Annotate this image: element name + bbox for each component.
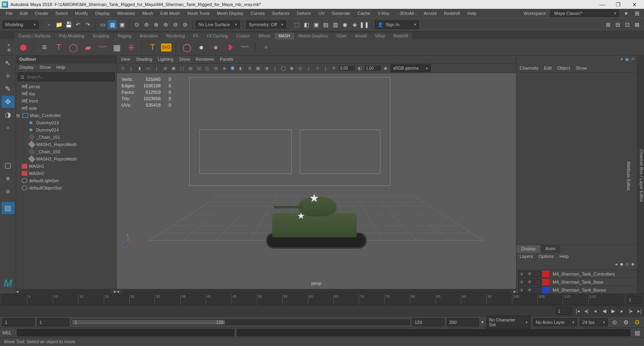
vp-vt-icon[interactable]: ◉ <box>382 65 389 72</box>
menu-meshdisplay[interactable]: Mesh Display <box>214 10 247 17</box>
render-settings-icon[interactable]: ◈ <box>350 20 359 29</box>
mash-signal-icon[interactable]: ▰ <box>82 41 94 54</box>
shelf-gear-icon[interactable]: ⚙ <box>7 48 11 52</box>
move-tool-icon[interactable]: ✥ <box>2 96 14 108</box>
mash-svg-icon[interactable]: SVG <box>161 43 171 51</box>
panel-toggle2-icon[interactable]: ⊟ <box>613 20 622 29</box>
minimize-button[interactable]: — <box>594 0 610 9</box>
step-fwd-icon[interactable]: ▸ <box>617 307 626 315</box>
mash-menu-icon[interactable]: ≡ <box>38 41 50 54</box>
cmd-lang-label[interactable]: MEL <box>2 330 14 335</box>
autokey-icon[interactable]: ⊙ <box>610 318 619 327</box>
menu-uv[interactable]: UV <box>315 10 328 17</box>
vp-gate-mask-icon[interactable]: ▤ <box>187 65 194 72</box>
menu-file[interactable]: File <box>2 10 16 17</box>
vp-gamma-field[interactable]: 1.00 <box>365 66 381 71</box>
render-icon[interactable]: ▥ <box>331 20 340 29</box>
cg-icon[interactable]: ⬚ <box>292 20 301 29</box>
vp-gamma-icon[interactable]: ◐ <box>356 65 363 72</box>
panel-toggle1-icon[interactable]: ⊞ <box>604 20 613 29</box>
outliner-node[interactable]: persp <box>16 83 116 90</box>
select-mode3-icon[interactable]: ▣ <box>118 20 126 29</box>
range-icon3[interactable]: ✪ <box>633 318 642 327</box>
vp-exposure-icon[interactable]: ☀ <box>330 65 338 72</box>
vp-xray2-icon[interactable]: ◉ <box>288 65 295 72</box>
range-end-field[interactable]: 200 <box>447 318 479 326</box>
mash-world-icon[interactable]: 〰 <box>96 41 108 54</box>
outliner-node[interactable]: ⊟Main_Controller <box>16 112 116 119</box>
layer-icon4[interactable]: ◈ <box>631 262 634 269</box>
shelf-tab-custom[interactable]: Custom <box>232 33 254 39</box>
new-scene-icon[interactable]: ▫ <box>45 20 54 29</box>
snap-live-icon[interactable]: ⊘ <box>181 20 190 29</box>
layer-row[interactable]: VPM4_Sherman_Tank_Controllers <box>516 270 637 278</box>
vp-menu-lighting[interactable]: Lighting <box>158 57 173 62</box>
mash-dyn1-icon[interactable]: ◯ <box>181 41 193 54</box>
workspace-reset-icon[interactable]: ⊞ <box>633 9 642 18</box>
menu-cache[interactable]: Cache <box>354 10 374 17</box>
mash-dyn2-icon[interactable]: ● <box>195 41 207 54</box>
mash-dyn4-icon[interactable]: ❥ <box>224 41 236 54</box>
vp-isolate-icon[interactable]: ◎ <box>297 65 304 72</box>
outliner-node[interactable]: _Chain_150 <box>16 148 116 155</box>
redo-icon[interactable]: ↷ <box>83 20 92 29</box>
menu-select[interactable]: Select <box>52 10 71 17</box>
vp-field-chart-icon[interactable]: ⊡ <box>195 65 202 72</box>
vp-exposure-field[interactable]: 0.00 <box>339 66 355 71</box>
menu-curves[interactable]: Curves <box>248 10 268 17</box>
menu-dtoall[interactable]: - 3DtoAll - <box>394 10 420 17</box>
shelf-tab-mash[interactable]: MASH <box>275 33 294 39</box>
layer-icon3[interactable]: ◇ <box>625 262 629 269</box>
cb-menu-edit[interactable]: Edit <box>544 66 551 71</box>
outliner-menu-show[interactable]: Show <box>39 65 51 70</box>
outliner-search[interactable]: ⊡ <box>18 72 115 81</box>
vp-lock-icon[interactable]: | <box>128 65 135 72</box>
render-view-icon[interactable]: ▣ <box>312 20 320 29</box>
script-editor-icon[interactable]: ▤ <box>633 328 642 337</box>
layout-persp-icon[interactable]: ▤ <box>2 202 14 214</box>
cb-icon1[interactable]: ✦ <box>620 57 623 63</box>
paint-tool-icon[interactable]: ✎ <box>2 83 14 95</box>
vp-film-gate-icon[interactable]: ▣ <box>170 65 177 72</box>
goto-start-icon[interactable]: |◂ <box>573 307 582 315</box>
range-out-field[interactable]: 120 <box>412 318 444 326</box>
snap-plane-icon[interactable]: ⊜ <box>161 20 170 29</box>
signin-button[interactable]: 👤Sign In <box>375 21 419 29</box>
menu-editmesh[interactable]: Edit Mesh <box>157 10 183 17</box>
outliner-node[interactable]: ✱Dummy014 <box>16 126 116 134</box>
ipr-icon[interactable]: ▤ <box>321 20 330 29</box>
vp-xray-icon[interactable]: ◯ <box>280 65 287 72</box>
step-fwd-key-icon[interactable]: |▸ <box>626 307 635 315</box>
outliner-node[interactable]: defaultObjectSet <box>16 184 116 192</box>
menu-meshtools[interactable]: Mesh Tools <box>184 10 213 17</box>
menu-arnold[interactable]: Arnold <box>421 10 440 17</box>
shelf-tab-animation[interactable]: Animation <box>136 33 161 39</box>
viewport-canvas[interactable]: Verts:5258450Edges:10361080Faces:5129190… <box>117 73 516 289</box>
vp-ao-icon[interactable]: ◑ <box>263 65 270 72</box>
shelf-tab-rigging[interactable]: Rigging <box>114 33 135 39</box>
cb-menu-object[interactable]: Object <box>557 66 570 71</box>
shelf-tab-fxcaching[interactable]: FX Caching <box>203 33 232 39</box>
vp-menu-shading[interactable]: Shading <box>136 57 152 62</box>
menu-modify[interactable]: Modify <box>72 10 91 17</box>
vp-2d-pan-icon[interactable]: | <box>153 65 160 72</box>
side-tab-channelbox[interactable]: Channel Box / Layer Editor <box>639 149 644 202</box>
outliner-node[interactable]: top <box>16 90 116 97</box>
vp-bookmark-icon[interactable]: ▮ <box>136 65 143 72</box>
shelf-tab-curvessurfaces[interactable]: Curves / Surfaces <box>14 33 54 39</box>
vp-motion-blur-icon[interactable]: | <box>271 65 279 72</box>
layer-menu-help[interactable]: Help <box>559 254 569 260</box>
step-back-key-icon[interactable]: ◂| <box>582 307 591 315</box>
vp-select-camera-icon[interactable]: ⊙ <box>119 65 126 72</box>
menu-vray[interactable]: V-Ray <box>374 10 393 17</box>
goto-end-icon[interactable]: ▸| <box>635 307 644 315</box>
menu-create[interactable]: Create <box>32 10 52 17</box>
mash-type2-icon[interactable]: T <box>147 41 159 54</box>
vp-menu-show[interactable]: Show <box>179 57 190 62</box>
range-collapse-icon[interactable]: ▾ <box>481 319 484 325</box>
shelf-tab-motiongraphics[interactable]: Motion Graphics <box>295 33 332 39</box>
outliner-node[interactable]: side <box>16 105 116 112</box>
fps-dropdown[interactable]: 24 fps <box>580 318 608 326</box>
close-button[interactable]: ✕ <box>626 0 642 9</box>
layer-row[interactable]: VPM4_Sherman_Tank_Base <box>516 278 637 286</box>
